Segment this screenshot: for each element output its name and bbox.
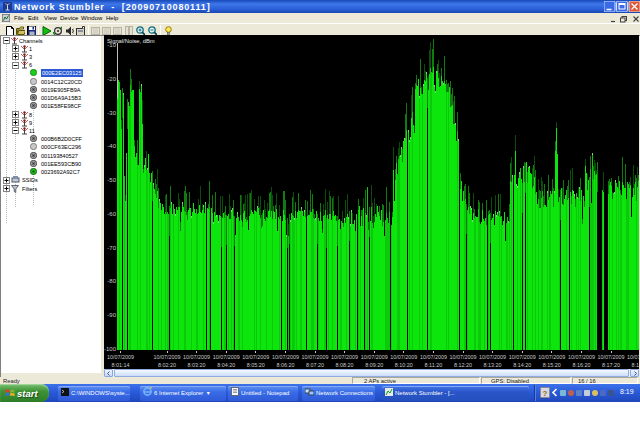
svg-text:10/07/2009: 10/07/2009 [390, 354, 417, 360]
svg-text:8:05:20: 8:05:20 [247, 362, 265, 368]
svg-text:10/07/2009: 10/07/2009 [627, 354, 639, 360]
svg-text:-70: -70 [107, 245, 116, 251]
svg-text:10/07/2009: 10/07/2009 [213, 354, 240, 360]
svg-text:8:09:20: 8:09:20 [365, 362, 383, 368]
svg-text:10/07/2009: 10/07/2009 [420, 354, 447, 360]
svg-text:-30: -30 [107, 110, 116, 116]
svg-text:8:11:20: 8:11:20 [425, 362, 443, 368]
svg-text:10/07/2009: 10/07/2009 [331, 354, 358, 360]
svg-text:8:16:20: 8:16:20 [572, 362, 590, 368]
svg-text:10/07/2009: 10/07/2009 [568, 354, 595, 360]
svg-text:8:15:20: 8:15:20 [543, 362, 561, 368]
svg-text:-60: -60 [107, 211, 116, 217]
svg-text:8:18:20: 8:18:20 [632, 362, 639, 368]
svg-text:10/07/2009: 10/07/2009 [479, 354, 506, 360]
svg-text:8:08:20: 8:08:20 [336, 362, 354, 368]
svg-text:-90: -90 [107, 312, 116, 318]
svg-text:10/07/2009: 10/07/2009 [242, 354, 269, 360]
svg-text:8:13:20: 8:13:20 [484, 362, 502, 368]
svg-text:8:12:20: 8:12:20 [454, 362, 472, 368]
svg-text:10/07/2009: 10/07/2009 [183, 354, 210, 360]
svg-text:10/07/2009: 10/07/2009 [107, 354, 134, 360]
svg-text:8:01:14: 8:01:14 [112, 362, 130, 368]
svg-text:10/07/2009: 10/07/2009 [302, 354, 329, 360]
svg-text:8:07:20: 8:07:20 [306, 362, 324, 368]
svg-text:-40: -40 [107, 143, 116, 149]
svg-text:10/07/2009: 10/07/2009 [361, 354, 388, 360]
svg-text:8:14:20: 8:14:20 [513, 362, 531, 368]
svg-text:8:10:20: 8:10:20 [395, 362, 413, 368]
svg-text:10/07/2009: 10/07/2009 [538, 354, 565, 360]
svg-text:-20: -20 [107, 76, 116, 82]
svg-text:10/07/2009: 10/07/2009 [154, 354, 181, 360]
svg-text:8:03:20: 8:03:20 [188, 362, 206, 368]
svg-text:8:04:20: 8:04:20 [217, 362, 235, 368]
svg-text:-10: -10 [107, 42, 116, 48]
svg-text:10/07/2009: 10/07/2009 [272, 354, 299, 360]
svg-text:8:06:20: 8:06:20 [276, 362, 294, 368]
svg-text:-100: -100 [104, 346, 117, 352]
svg-text:-80: -80 [107, 278, 116, 284]
svg-text:-50: -50 [107, 177, 116, 183]
svg-text:10/07/2009: 10/07/2009 [450, 354, 477, 360]
svg-text:8:02:20: 8:02:20 [158, 362, 176, 368]
svg-text:8:17:20: 8:17:20 [602, 362, 620, 368]
svg-text:10/07/2009: 10/07/2009 [598, 354, 625, 360]
svg-text:10/07/2009: 10/07/2009 [509, 354, 536, 360]
